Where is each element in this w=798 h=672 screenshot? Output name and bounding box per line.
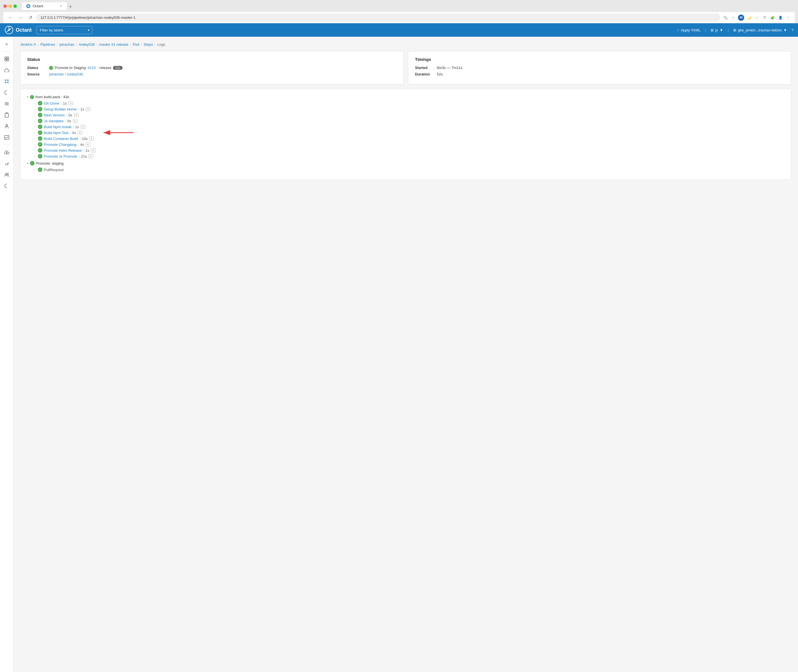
status-link[interactable]: #110	[88, 66, 96, 70]
search-icon[interactable]: 🔍	[722, 14, 728, 21]
reload-button[interactable]: ↺	[27, 14, 34, 21]
sidebar-item-apps[interactable]	[2, 76, 12, 86]
bookmark-icon[interactable]: ☆	[730, 14, 736, 21]
extension4-icon[interactable]: 🧩	[769, 14, 776, 21]
duration-value: 52s	[437, 72, 443, 76]
extension1-icon[interactable]: 🌙	[746, 14, 752, 21]
npm-test-log-icon[interactable]: ≡	[78, 131, 82, 134]
apply-yaml-button[interactable]: ↑ Apply YAML	[677, 28, 700, 32]
sidebar-item-clipboard[interactable]	[2, 110, 12, 120]
cluster-grid-icon: ⊞	[733, 28, 736, 32]
active-tab[interactable]: Octant ✕	[22, 2, 67, 10]
breadcrumb-steps[interactable]: Steps	[144, 42, 153, 46]
breadcrumb-master-release[interactable]: master #1 release	[99, 42, 128, 46]
step-promote-changelog: ○ Promote Changelog : 4s ≡	[34, 142, 784, 147]
promote-staging-label: Promote: staging	[36, 161, 64, 165]
browser-tabs: Octant ✕ +	[22, 2, 74, 10]
sidebar-item-refresh[interactable]	[2, 158, 12, 168]
sidebar-item-cloud-bottom[interactable]	[2, 147, 12, 157]
sidebar-item-chevron[interactable]: »	[2, 39, 12, 49]
steps-card: • from build pack : 43s ○ Git Clone : 1s…	[20, 89, 791, 180]
breadcrumb-jenkins-x[interactable]: Jenkins X	[20, 42, 36, 46]
maximize-dot[interactable]	[13, 5, 17, 8]
sub-bullet-setup-builder: ○	[34, 108, 36, 110]
jx-promote-link[interactable]: Promote Jx Promote	[44, 154, 77, 158]
sidebar-item-crescent[interactable]	[2, 88, 12, 98]
cluster-selector[interactable]: ⊞ gke_jenkin...trachan-tekton ▼	[733, 28, 787, 32]
setup-builder-check-icon	[38, 107, 42, 111]
breadcrumb-jstrachan[interactable]: jstrachan	[59, 42, 74, 46]
timings-card: Timings Started 8m3s — 7m11s Duration 52…	[408, 51, 791, 85]
user-icon[interactable]: 👤	[777, 14, 784, 21]
jx-promote-log-icon[interactable]: ≡	[89, 154, 93, 158]
changelog-link[interactable]: Promote Changelog	[44, 142, 77, 147]
help-button[interactable]: ?	[792, 28, 793, 32]
sidebar-item-list[interactable]	[2, 99, 12, 109]
git-clone-link[interactable]: Git Clone	[44, 101, 59, 106]
source-label: Source	[27, 72, 47, 76]
new-tab-button[interactable]: +	[67, 4, 74, 10]
npm-install-check-icon	[38, 125, 42, 129]
close-dot[interactable]	[3, 5, 7, 8]
filter-wrapper: Filter by labels ▼	[36, 26, 92, 34]
extension2-icon[interactable]: ○	[754, 14, 760, 21]
sidebar-item-user[interactable]	[2, 121, 12, 131]
cluster-name: gke_jenkin...trachan-tekton	[738, 28, 782, 32]
extension-badge-icon[interactable]: 40	[738, 14, 744, 21]
breadcrumb-sep-5: ›	[130, 43, 131, 46]
sub-bullet-container-build: ○	[34, 138, 36, 140]
menu-icon[interactable]: ⋮	[785, 14, 791, 21]
helm-release-log-icon[interactable]: ≡	[91, 148, 95, 152]
git-clone-log-icon[interactable]: ≡	[69, 101, 73, 105]
git-clone-check-icon	[38, 101, 42, 106]
npm-test-link[interactable]: Build Npm Test	[44, 131, 69, 135]
jx-button[interactable]: ⊞ jx ▼	[710, 28, 723, 32]
setup-builder-log-icon[interactable]: ≡	[86, 107, 90, 111]
sidebar-item-users[interactable]	[2, 170, 12, 180]
breadcrumb-logs: Logs	[157, 42, 165, 46]
sidebar: »	[0, 37, 13, 672]
sub-bullet-helm-release: ○	[34, 149, 36, 152]
setup-builder-link[interactable]: Setup Builder Home	[44, 107, 77, 111]
jx-variables-log-icon[interactable]: ≡	[73, 119, 77, 123]
status-value: Promote to Staging #110 : release 52s	[49, 66, 123, 70]
cards-row: Status Status Promote to Staging #110 : …	[20, 51, 791, 85]
next-version-link[interactable]: Next Version	[44, 113, 65, 117]
sidebar-item-overview[interactable]	[2, 54, 12, 64]
changelog-log-icon[interactable]: ≡	[86, 142, 90, 146]
breadcrumb-nodey536[interactable]: nodey536	[79, 42, 95, 46]
breadcrumb-sep-1: ›	[38, 43, 39, 46]
sub-items-promote-staging: ○ PullRequest	[34, 167, 784, 172]
jx-variables-link[interactable]: Jx Variables	[44, 119, 64, 123]
duration-row: Duration 52s	[415, 72, 784, 76]
source-link[interactable]: jstrachan / nodey536	[49, 72, 83, 76]
build-pack-check-icon	[30, 95, 34, 99]
toolbar-icons: 🔍 ☆ 40 🌙 ○ ⏱ 🧩 👤 ⋮	[722, 14, 791, 21]
extension3-icon[interactable]: ⏱	[761, 14, 768, 21]
changelog-check-icon	[38, 142, 42, 147]
promote-staging-check-icon	[30, 161, 35, 165]
npm-install-link[interactable]: Build Npm Install	[44, 125, 72, 129]
sub-bullet-pull-request: ○	[34, 168, 36, 171]
back-button[interactable]: ←	[7, 14, 14, 21]
sidebar-item-cloud[interactable]	[2, 65, 12, 75]
sidebar-item-check[interactable]	[2, 132, 12, 142]
container-build-link[interactable]: Build Container Build	[44, 137, 78, 141]
helm-release-link[interactable]: Promote Helm Release	[44, 148, 82, 153]
breadcrumb-pipelines[interactable]: Pipelines	[40, 42, 55, 46]
forward-button[interactable]: →	[17, 14, 25, 21]
helm-release-time: : 1s	[83, 148, 89, 153]
next-version-log-icon[interactable]: ≡	[74, 113, 78, 117]
address-bar[interactable]: 127.0.0.1:7777/#/jx/pipelines/jstrachan-…	[36, 14, 720, 21]
tab-close-button[interactable]: ✕	[60, 4, 62, 8]
sidebar-item-moon[interactable]	[2, 181, 12, 191]
container-build-log-icon[interactable]: ≡	[90, 137, 94, 141]
app-layout: »	[0, 37, 798, 672]
breadcrumb-pod[interactable]: Pod	[133, 42, 139, 46]
minimize-dot[interactable]	[8, 5, 12, 8]
npm-install-log-icon[interactable]: ≡	[81, 125, 85, 129]
sidebar-divider-2	[3, 145, 10, 145]
filter-select[interactable]: Filter by labels	[36, 26, 92, 34]
tab-title: Octant	[32, 4, 43, 8]
browser-chrome: Octant ✕ + ← → ↺ 127.0.0.1:7777/#/jx/pip…	[0, 0, 798, 23]
